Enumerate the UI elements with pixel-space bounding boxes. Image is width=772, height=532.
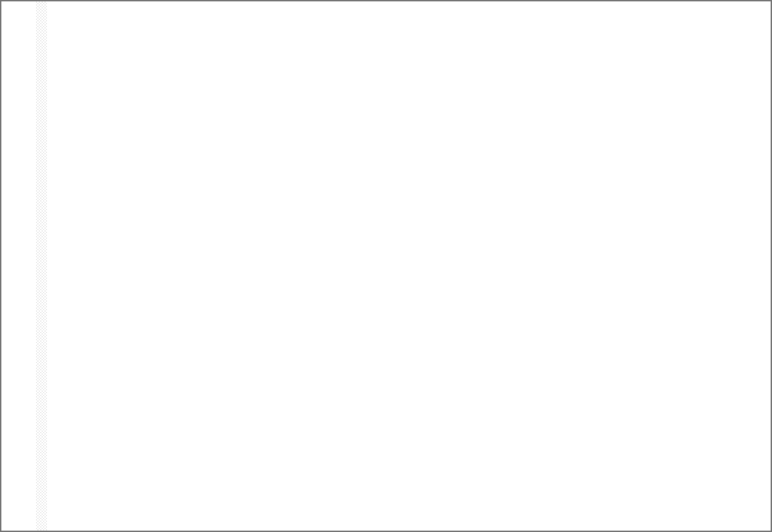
code-editor-window [0,0,772,532]
vertical-scrollbar[interactable] [758,1,771,531]
line-number-gutter[interactable] [1,1,31,531]
code-text-area[interactable] [47,1,758,531]
fold-margin[interactable] [36,1,47,531]
editor-body [1,1,771,531]
scrollbar-thumb[interactable] [761,13,762,529]
